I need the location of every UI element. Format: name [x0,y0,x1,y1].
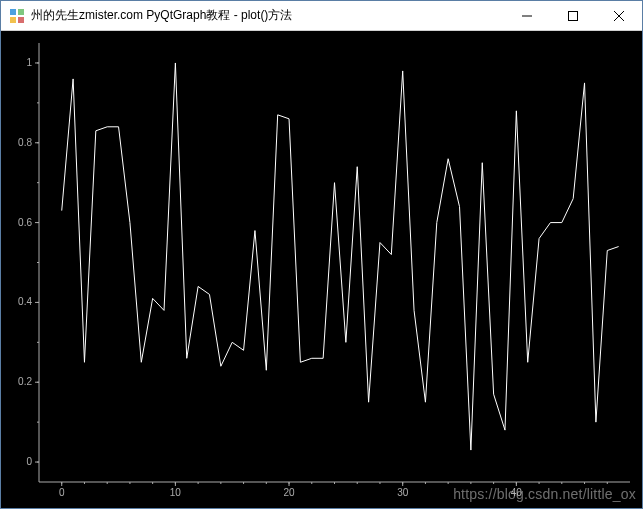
svg-text:0.4: 0.4 [18,296,32,307]
svg-text:0.8: 0.8 [18,137,32,148]
svg-text:0.6: 0.6 [18,217,32,228]
svg-text:10: 10 [170,487,182,498]
app-window: 州的先生zmister.com PyQtGraph教程 - plot()方法 0… [0,0,643,509]
svg-text:30: 30 [397,487,409,498]
svg-text:40: 40 [511,487,523,498]
svg-rect-5 [569,11,578,20]
plot-area[interactable]: 00.20.40.60.81010203040 https://blog.csd… [1,31,642,508]
maximize-button[interactable] [550,1,596,30]
minimize-button[interactable] [504,1,550,30]
svg-text:20: 20 [283,487,295,498]
close-button[interactable] [596,1,642,30]
svg-rect-2 [10,17,16,23]
window-title: 州的先生zmister.com PyQtGraph教程 - plot()方法 [31,7,504,24]
plot-canvas: 00.20.40.60.81010203040 [1,31,642,508]
svg-rect-1 [18,9,24,15]
svg-rect-3 [18,17,24,23]
window-controls [504,1,642,30]
svg-text:1: 1 [26,57,32,68]
app-icon [9,8,25,24]
svg-rect-0 [10,9,16,15]
window-titlebar[interactable]: 州的先生zmister.com PyQtGraph教程 - plot()方法 [1,1,642,31]
svg-text:0: 0 [26,456,32,467]
svg-text:0.2: 0.2 [18,376,32,387]
svg-text:0: 0 [59,487,65,498]
